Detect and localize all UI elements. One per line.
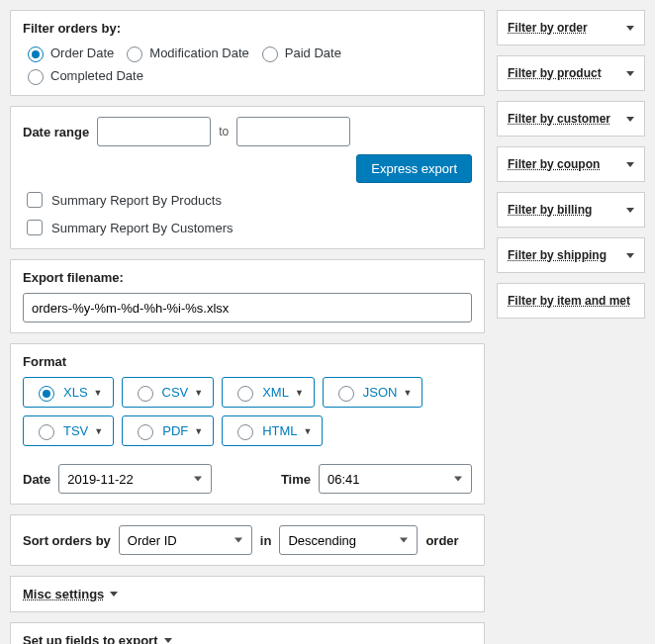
format-json-label: JSON (363, 385, 398, 400)
sort-in-label: in (260, 533, 272, 548)
format-pdf[interactable]: PDF ▼ (122, 415, 214, 446)
filter-orders-title: Filter orders by: (23, 21, 472, 36)
format-csv[interactable]: CSV ▼ (122, 377, 215, 408)
chevron-down-icon: ▼ (94, 388, 103, 398)
date-range-to-label: to (219, 125, 229, 138)
chevron-down-icon (626, 208, 634, 213)
setup-fields-toggle[interactable]: Set up fields to export (10, 622, 485, 644)
date-range-row: Date range to Express export (23, 117, 472, 183)
sort-suffix: order (425, 533, 458, 548)
chevron-down-icon (110, 592, 118, 597)
filter-by-customer[interactable]: Filter by customer (497, 101, 645, 137)
filter-modification-date[interactable]: Modification Date (122, 44, 248, 62)
summary-customers-label: Summary Report By Customers (51, 221, 234, 235)
format-panel: Format XLS ▼ CSV ▼ XML ▼ (10, 343, 485, 505)
filename-title: Export filename: (23, 270, 472, 285)
misc-settings-toggle[interactable]: Misc settings (10, 576, 485, 612)
format-xls-radio[interactable] (39, 386, 54, 402)
filter-paid-date[interactable]: Paid Date (257, 44, 341, 62)
sort-direction-select[interactable]: Descending (279, 525, 418, 555)
date-from-input[interactable] (97, 117, 211, 146)
filter-completed-date[interactable]: Completed Date (23, 66, 143, 85)
chevron-down-icon: ▼ (194, 426, 203, 436)
format-xml[interactable]: XML ▼ (222, 377, 315, 408)
chevron-down-icon (626, 71, 634, 76)
filter-orders-panel: Filter orders by: Order Date Modificatio… (10, 10, 485, 96)
chevron-down-icon (626, 253, 634, 258)
chevron-down-icon (164, 638, 172, 643)
filter-modification-date-radio[interactable] (127, 46, 142, 62)
sort-row: Sort orders by Order ID in Descending or… (23, 525, 472, 555)
filter-completed-date-radio[interactable] (28, 69, 44, 85)
format-xls[interactable]: XLS ▼ (23, 377, 114, 408)
chevron-down-icon: ▼ (403, 388, 412, 398)
summary-customers-check[interactable]: Summary Report By Customers (23, 217, 472, 238)
misc-settings-label: Misc settings (23, 587, 104, 601)
filter-by-shipping[interactable]: Filter by shipping (497, 237, 645, 273)
format-title: Format (23, 354, 472, 369)
date-select[interactable]: 2019-11-22 (58, 464, 212, 494)
filter-order-date[interactable]: Order Date (23, 44, 114, 62)
summary-products-checkbox[interactable] (27, 192, 43, 208)
format-html[interactable]: HTML ▼ (222, 415, 323, 446)
time-label: Time (281, 472, 311, 487)
chevron-down-icon (626, 26, 634, 31)
date-range-label: Date range (23, 125, 89, 139)
format-xml-label: XML (262, 385, 289, 400)
sort-panel: Sort orders by Order ID in Descending or… (10, 514, 485, 566)
filter-by-item-meta[interactable]: Filter by item and met (497, 283, 645, 319)
filter-order-date-label: Order Date (50, 46, 114, 60)
sort-prefix: Sort orders by (23, 533, 111, 548)
date-label: Date (23, 472, 50, 487)
chevron-down-icon: ▼ (295, 388, 304, 398)
format-csv-radio[interactable] (138, 386, 153, 402)
filter-paid-date-radio[interactable] (262, 46, 278, 62)
setup-fields-label: Set up fields to export (23, 633, 158, 644)
filter-by-order[interactable]: Filter by order (497, 10, 645, 46)
chevron-down-icon (626, 117, 634, 122)
format-tsv-label: TSV (63, 423, 88, 438)
date-range-panel: Date range to Express export Summary Rep… (10, 106, 485, 249)
chevron-down-icon: ▼ (194, 388, 203, 398)
chevron-down-icon: ▼ (304, 426, 313, 436)
format-json-radio[interactable] (338, 386, 354, 402)
time-select[interactable]: 06:41 (319, 464, 472, 494)
format-pdf-label: PDF (162, 423, 188, 438)
express-export-button[interactable]: Express export (356, 154, 472, 183)
filter-by-product[interactable]: Filter by product (497, 55, 645, 91)
datetime-row: Date 2019-11-22 Time 06:41 (23, 464, 472, 494)
format-csv-label: CSV (162, 385, 189, 400)
format-html-radio[interactable] (237, 424, 253, 440)
filename-panel: Export filename: (10, 259, 485, 333)
format-xls-label: XLS (63, 385, 88, 400)
filter-by-billing[interactable]: Filter by billing (497, 192, 645, 228)
summary-products-check[interactable]: Summary Report By Products (23, 189, 472, 211)
format-json[interactable]: JSON ▼ (323, 377, 423, 408)
chevron-down-icon: ▼ (94, 426, 103, 436)
side-filters: Filter by order Filter by product Filter… (497, 10, 645, 644)
filter-completed-date-label: Completed Date (50, 68, 143, 83)
filter-paid-date-label: Paid Date (285, 46, 341, 60)
chevron-down-icon (626, 162, 634, 167)
filter-by-coupon[interactable]: Filter by coupon (497, 146, 645, 182)
filter-modification-date-label: Modification Date (149, 46, 248, 60)
sort-field-select[interactable]: Order ID (119, 525, 252, 555)
filter-order-date-radio[interactable] (28, 46, 44, 62)
format-html-label: HTML (262, 423, 297, 438)
summary-products-label: Summary Report By Products (51, 193, 222, 208)
filter-orders-radios: Order Date Modification Date Paid Date C… (23, 44, 472, 85)
date-to-input[interactable] (236, 117, 350, 146)
format-tsv-radio[interactable] (39, 424, 54, 440)
format-options: XLS ▼ CSV ▼ XML ▼ JSON ▼ (23, 377, 472, 446)
filename-input[interactable] (23, 293, 472, 322)
format-tsv[interactable]: TSV ▼ (23, 415, 114, 446)
format-pdf-radio[interactable] (138, 424, 153, 440)
format-xml-radio[interactable] (237, 386, 253, 402)
summary-customers-checkbox[interactable] (27, 220, 43, 235)
